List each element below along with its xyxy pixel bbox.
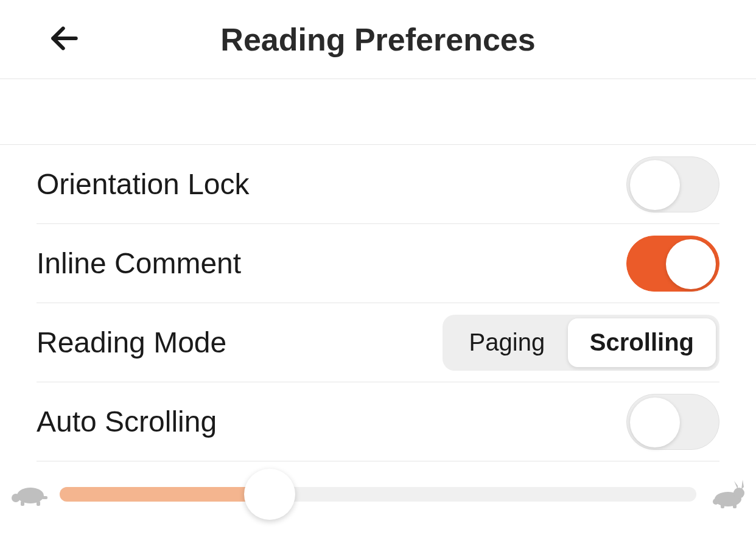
svg-rect-4 <box>37 501 40 506</box>
orientation-lock-label: Orientation Lock <box>37 167 250 201</box>
svg-point-8 <box>713 499 719 505</box>
page-title: Reading Preferences <box>0 21 756 58</box>
row-auto-scrolling: Auto Scrolling <box>37 382 719 461</box>
svg-rect-9 <box>721 504 724 508</box>
reading-mode-segmented: Paging Scrolling <box>443 315 719 371</box>
row-inline-comment: Inline Comment <box>37 224 719 303</box>
inline-comment-toggle[interactable] <box>626 236 719 292</box>
settings-list: Orientation Lock Inline Comment Reading … <box>0 145 756 461</box>
toggle-knob <box>666 239 716 289</box>
inline-comment-label: Inline Comment <box>37 247 241 280</box>
speed-slider[interactable] <box>60 487 696 502</box>
turtle-icon <box>10 479 49 510</box>
section-spacer <box>0 79 756 145</box>
back-button[interactable] <box>46 21 83 58</box>
segment-paging[interactable]: Paging <box>446 318 568 367</box>
rabbit-icon <box>707 479 746 510</box>
svg-rect-3 <box>21 501 24 506</box>
toggle-knob <box>630 160 680 210</box>
row-reading-mode: Reading Mode Paging Scrolling <box>37 303 719 382</box>
header: Reading Preferences <box>0 0 756 79</box>
auto-scrolling-toggle[interactable] <box>626 394 719 450</box>
orientation-lock-toggle[interactable] <box>626 156 719 212</box>
arrow-left-icon <box>47 21 82 57</box>
slider-thumb[interactable] <box>244 469 295 520</box>
auto-scrolling-label: Auto Scrolling <box>37 405 217 438</box>
svg-rect-5 <box>42 496 47 499</box>
svg-point-2 <box>12 494 20 502</box>
svg-rect-10 <box>733 504 737 508</box>
slider-fill <box>60 487 270 502</box>
segment-scrolling[interactable]: Scrolling <box>568 318 716 367</box>
svg-point-7 <box>733 488 744 499</box>
speed-slider-area <box>0 464 756 525</box>
reading-mode-label: Reading Mode <box>37 326 226 359</box>
toggle-knob <box>630 398 680 447</box>
row-orientation-lock: Orientation Lock <box>37 145 719 224</box>
svg-point-1 <box>17 488 44 503</box>
